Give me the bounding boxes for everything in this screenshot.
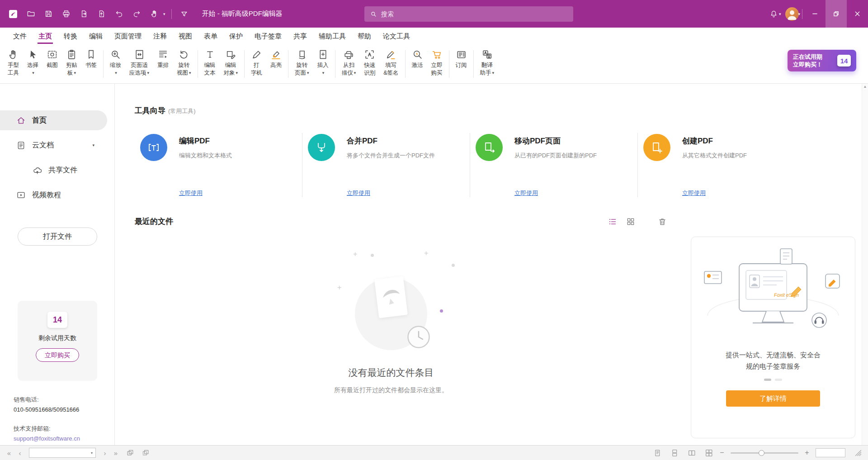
restore-window-button[interactable]	[826, 0, 847, 28]
ribbon-edit-text[interactable]: 编辑文本	[200, 47, 220, 77]
user-avatar[interactable]	[785, 7, 799, 21]
vertical-scrollbar[interactable]: ▲	[862, 84, 868, 445]
save-icon[interactable]	[42, 7, 55, 21]
ribbon-translate[interactable]: 翻译助手▾	[476, 47, 499, 77]
menu-home[interactable]: 主页	[33, 28, 58, 44]
resize-grip-icon[interactable]	[854, 448, 863, 457]
menu-comment[interactable]: 注释	[147, 28, 173, 44]
chevron-down-icon[interactable]: ▾	[88, 451, 95, 455]
ribbon-quick-ocr[interactable]: 快速识别	[360, 47, 379, 77]
use-now-link[interactable]: 立即使用	[514, 189, 538, 197]
ribbon-hand-tool[interactable]: 手型工具	[4, 47, 23, 77]
tool-card-edit-pdf[interactable]: 编辑PDF 编辑文档和文本格式 立即使用	[135, 133, 302, 197]
zoom-value-box[interactable]	[816, 448, 845, 457]
ribbon-bookmark[interactable]: 书签	[81, 47, 101, 77]
sidebar-item-video-tutorials[interactable]: 视频教程	[0, 185, 114, 205]
continuous-view-button[interactable]	[670, 448, 679, 457]
ribbon-highlight[interactable]: 高亮	[266, 47, 286, 77]
learn-more-button[interactable]: 了解详情	[726, 390, 820, 407]
last-page-button[interactable]: »	[112, 449, 119, 457]
page-number-box[interactable]: ▾	[29, 448, 96, 458]
menu-page-management[interactable]: 页面管理	[108, 28, 147, 44]
clipboard-copy-icon[interactable]	[141, 448, 150, 457]
chevron-down-icon[interactable]: ▾	[92, 143, 94, 147]
single-page-view-button[interactable]	[653, 448, 662, 457]
use-now-link[interactable]: 立即使用	[347, 189, 370, 197]
first-page-button[interactable]: «	[5, 449, 13, 457]
facing-view-button[interactable]	[687, 448, 696, 457]
menu-accessibility[interactable]: 辅助工具	[313, 28, 352, 44]
ribbon-rotate-pages[interactable]: 旋转页面▾	[291, 47, 313, 77]
ribbon-subscribe[interactable]: 订阅	[452, 47, 471, 77]
ribbon-buy-now[interactable]: 立即购买	[427, 47, 447, 77]
redo-icon[interactable]	[130, 7, 143, 21]
menu-file[interactable]: 文件	[7, 28, 33, 44]
minimize-button[interactable]	[804, 0, 826, 28]
open-file-button[interactable]: 打开文件	[18, 228, 97, 246]
sidebar-item-cloud-docs[interactable]: 云文档 ▾	[0, 135, 114, 155]
menu-edit[interactable]: 编辑	[83, 28, 108, 44]
ribbon-clipboard[interactable]: 剪贴板▾	[62, 47, 81, 77]
close-button[interactable]	[847, 0, 868, 28]
next-page-button[interactable]: ›	[101, 449, 108, 457]
ribbon-insert[interactable]: 插入▾	[313, 47, 333, 77]
menu-convert[interactable]: 转换	[58, 28, 83, 44]
ribbon-typewriter[interactable]: 打字机	[247, 47, 266, 77]
menu-view[interactable]: 视图	[173, 28, 198, 44]
buy-now-button[interactable]: 立即购买	[36, 348, 79, 362]
zoom-in-button[interactable]: +	[804, 449, 810, 457]
share-document-icon[interactable]	[94, 7, 108, 21]
hand-tool-quick-icon[interactable]	[147, 7, 161, 21]
menu-protect[interactable]: 保护	[223, 28, 249, 44]
export-pdf-icon[interactable]	[77, 7, 90, 21]
zoom-out-button[interactable]: −	[719, 449, 725, 457]
create-pdf-icon	[643, 134, 670, 161]
clear-recent-button[interactable]	[657, 217, 667, 227]
menu-share[interactable]: 共享	[288, 28, 313, 44]
undo-icon[interactable]	[112, 7, 126, 21]
print-icon[interactable]	[59, 7, 73, 21]
zoom-slider-handle[interactable]	[759, 450, 764, 456]
ribbon-fit-options[interactable]: 页面适应选项▾	[125, 47, 153, 77]
previous-page-button[interactable]: ‹	[16, 449, 24, 457]
ribbon-snapshot[interactable]: 截图	[42, 47, 62, 77]
chevron-down-icon[interactable]: ▾	[779, 12, 781, 16]
ribbon-activate[interactable]: 激活	[408, 47, 427, 77]
ribbon-zoom[interactable]: 缩放▾	[106, 47, 125, 77]
ribbon-from-scanner[interactable]: 从扫描仪▾	[338, 47, 360, 77]
use-now-link[interactable]: 立即使用	[682, 189, 706, 197]
search-bar[interactable]	[364, 6, 573, 22]
menu-help[interactable]: 帮助	[352, 28, 377, 44]
menu-paper-tools[interactable]: 论文工具	[377, 28, 416, 44]
tool-card-create-pdf[interactable]: 创建PDF 从其它格式文件创建PDF 立即使用	[638, 133, 806, 197]
chevron-down-icon[interactable]: ▾	[798, 12, 800, 16]
carousel-dot-active[interactable]	[764, 379, 771, 381]
sidebar-item-shared-files[interactable]: 共享文件	[0, 160, 114, 180]
trial-banner[interactable]: 正在试用期 立即购买！ 14	[788, 50, 856, 71]
ribbon-select[interactable]: 选择▾	[23, 47, 42, 77]
hand-icon	[8, 48, 19, 61]
zoom-slider[interactable]	[731, 452, 798, 454]
ribbon-rotate-view[interactable]: 旋转视图▾	[173, 47, 195, 77]
tool-card-merge-pdf[interactable]: 合并PDF 将多个文件合并生成一个PDF文件 立即使用	[302, 133, 470, 197]
chevron-down-icon[interactable]: ▾	[163, 12, 165, 16]
search-input[interactable]	[381, 10, 568, 18]
ribbon-fill-sign[interactable]: 填写&签名	[379, 47, 402, 77]
snapshot-tool-icon[interactable]	[126, 448, 135, 457]
ribbon-edit-object[interactable]: 编辑对象▾	[220, 47, 242, 77]
use-now-link[interactable]: 立即使用	[179, 189, 203, 197]
facing-continuous-view-button[interactable]	[704, 448, 713, 457]
list-view-button[interactable]	[608, 217, 618, 227]
grid-view-button[interactable]	[626, 217, 636, 227]
open-folder-icon[interactable]	[24, 7, 38, 21]
page-number-input[interactable]	[29, 450, 88, 456]
sidebar-item-home[interactable]: 首页	[0, 110, 107, 130]
menu-esign[interactable]: 电子签章	[249, 28, 288, 44]
tools-guide-subtitle: (常用工具)	[168, 107, 196, 115]
ribbon-reflow[interactable]: 重排	[153, 47, 173, 77]
tool-card-move-pdf-pages[interactable]: 移动PDF页面 从已有的PDF页面创建新的PDF 立即使用	[470, 133, 638, 197]
carousel-dot[interactable]	[775, 379, 782, 381]
filter-tool-icon[interactable]	[178, 7, 191, 21]
support-email-link[interactable]: support@foxitsoftware.cn	[14, 434, 80, 444]
menu-form[interactable]: 表单	[198, 28, 223, 44]
